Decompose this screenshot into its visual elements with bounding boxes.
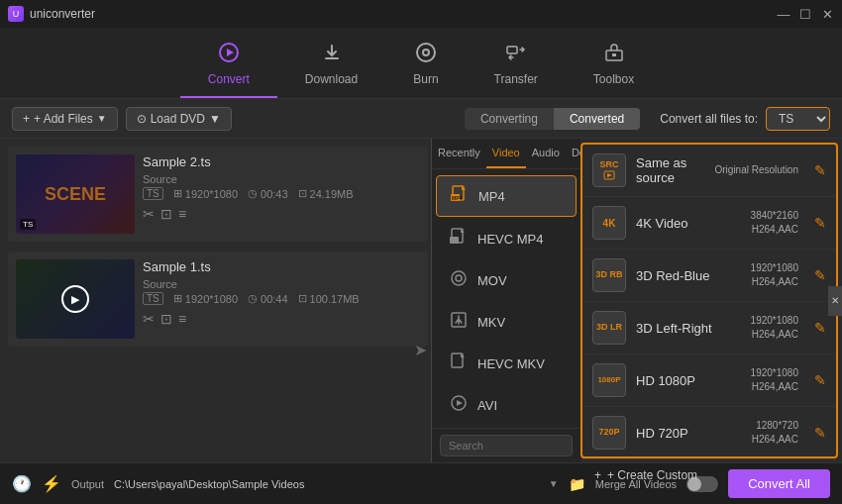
- size-2: ⊡ 100.17MB: [298, 292, 360, 305]
- copy-button-1[interactable]: ⊡: [160, 206, 172, 222]
- mp4-icon: MP4: [449, 185, 471, 207]
- load-dvd-label: Load DVD: [151, 112, 205, 126]
- settings-button-2[interactable]: ≡: [178, 311, 186, 327]
- titlebar: U uniconverter — ☐ ✕: [0, 0, 842, 28]
- transfer-icon: [505, 42, 527, 68]
- tab-audio[interactable]: Audio: [526, 139, 566, 168]
- svg-point-13: [456, 275, 462, 281]
- nav-toolbox-label: Toolbox: [593, 72, 634, 86]
- file-meta-row-1: TS ⊞ 1920*1080 ◷ 00:43 ⊡ 24.19MB: [143, 187, 420, 200]
- format-hevc-mp4[interactable]: HEVC MP4: [436, 219, 577, 258]
- nav-burn[interactable]: Burn: [385, 34, 466, 98]
- svg-rect-11: [450, 237, 459, 244]
- play-button-thumb-2[interactable]: ▶: [61, 285, 89, 313]
- copy-button-2[interactable]: ⊡: [160, 311, 172, 327]
- duration-1: ◷ 00:43: [248, 187, 288, 200]
- format-panel: Recently Video Audio Device MP4: [431, 139, 842, 462]
- format-mp4-label: MP4: [478, 189, 505, 204]
- nav-transfer[interactable]: Transfer: [467, 34, 566, 98]
- hevc-mkv-icon: [448, 353, 470, 374]
- thumb-image-2: ▶: [16, 259, 135, 339]
- maximize-button[interactable]: ☐: [798, 7, 812, 22]
- output-path: C:\Users\payal\Desktop\Sample Videos: [114, 478, 539, 490]
- add-files-label: + Add Files: [34, 112, 93, 126]
- format-mov[interactable]: MOV: [436, 260, 577, 300]
- format-mp4[interactable]: MP4 MP4: [436, 175, 577, 217]
- format-hevc-mkv[interactable]: HEVC MKV: [436, 344, 577, 383]
- file-list: SCENE TS Sample 2.ts Source TS ⊞ 1920*10…: [0, 139, 436, 462]
- convert-icon: [218, 42, 240, 68]
- hd-720p-label: HD 720P: [636, 426, 742, 441]
- dvd-icon: ⊙: [137, 112, 147, 126]
- option-same-as-source[interactable]: SRC Same as source Original Resolution ✎: [582, 145, 836, 197]
- tab-converting[interactable]: Converting: [465, 108, 554, 130]
- option-4k-video[interactable]: 4K 4K Video 3840*2160H264,AAC ✎: [582, 197, 836, 250]
- settings-button-1[interactable]: ≡: [178, 206, 186, 222]
- format-avi-label: AVI: [477, 398, 497, 413]
- 3d-red-blue-label: 3D Red-Blue: [636, 268, 741, 283]
- window-controls[interactable]: — ☐ ✕: [777, 7, 834, 22]
- format-hevc-mp4-label: HEVC MP4: [477, 232, 543, 247]
- option-hd-720p[interactable]: 720P HD 720P 1280*720H264,AAC ✎: [582, 407, 836, 459]
- file-info-1: Sample 2.ts Source TS ⊞ 1920*1080 ◷ 00:4…: [143, 154, 420, 222]
- convert-all-select[interactable]: TS MP4 MKV: [766, 107, 830, 131]
- cut-button-2[interactable]: ✂: [143, 311, 155, 327]
- flash-icon[interactable]: ⚡: [42, 474, 61, 493]
- nav-download-label: Download: [305, 72, 358, 86]
- main-area: SCENE TS Sample 2.ts Source TS ⊞ 1920*10…: [0, 139, 842, 462]
- 4k-edit[interactable]: ✎: [814, 215, 826, 231]
- file-item-2: ▶ Sample 1.ts Source TS ⊞ 1920*1080 ◷: [8, 252, 428, 347]
- format-mkv-label: MKV: [477, 315, 505, 330]
- duration-2: ◷ 00:44: [248, 292, 288, 305]
- cut-button-1[interactable]: ✂: [143, 206, 155, 222]
- convert-all-label: Convert all files to:: [660, 112, 758, 126]
- nav-convert[interactable]: Convert: [180, 34, 277, 98]
- format-options: SRC Same as source Original Resolution ✎…: [580, 143, 838, 458]
- toolbox-icon: [603, 42, 625, 68]
- minimize-button[interactable]: —: [777, 7, 790, 22]
- 3d-left-right-detail: 1920*1080H264,AAC: [751, 314, 798, 342]
- option-hd-1080p[interactable]: 1080P HD 1080P 1920*1080H264,AAC ✎: [582, 354, 836, 407]
- option-3d-left-right[interactable]: 3D LR 3D Left-Right 1920*1080H264,AAC ✎: [582, 302, 836, 354]
- size-1: ⊡ 24.19MB: [298, 187, 354, 200]
- add-files-button[interactable]: + + Add Files ▼: [12, 107, 118, 131]
- panel-close-button[interactable]: ✕: [828, 286, 842, 316]
- tab-recently[interactable]: Recently: [432, 139, 486, 168]
- 4k-icon: 4K: [592, 206, 626, 240]
- option-3d-red-blue[interactable]: 3D RB 3D Red-Blue 1920*1080H264,AAC ✎: [582, 250, 836, 302]
- 1080p-edit[interactable]: ✎: [814, 372, 826, 388]
- add-files-arrow: ▼: [97, 113, 107, 124]
- format-list: MP4 MP4 HEVC MP4: [432, 169, 580, 428]
- 3d-rb-edit[interactable]: ✎: [814, 267, 826, 283]
- nav-burn-label: Burn: [413, 72, 438, 86]
- nav-toolbox[interactable]: Toolbox: [566, 34, 662, 98]
- format-mkv[interactable]: MKV: [436, 302, 577, 342]
- nav-download[interactable]: Download: [277, 34, 385, 98]
- svg-marker-1: [227, 49, 234, 56]
- clock-icon[interactable]: 🕐: [12, 474, 32, 493]
- resolution-1: ⊞ 1920*1080: [173, 187, 238, 200]
- close-button[interactable]: ✕: [820, 7, 834, 22]
- svg-point-12: [452, 271, 466, 285]
- load-dvd-button[interactable]: ⊙ Load DVD ▼: [126, 107, 232, 131]
- svg-marker-20: [607, 173, 612, 177]
- 1080p-icon: 1080P: [592, 363, 626, 397]
- tab-converted[interactable]: Converted: [554, 108, 640, 130]
- tab-video[interactable]: Video: [486, 139, 526, 168]
- format-avi[interactable]: AVI: [436, 385, 577, 425]
- avi-icon: [448, 394, 470, 416]
- 3d-lr-edit[interactable]: ✎: [814, 320, 826, 336]
- format-tag-1: TS: [143, 187, 163, 200]
- thumb-overlay-1: TS: [20, 219, 36, 230]
- format-tab-group: Recently Video Audio Device: [432, 139, 580, 169]
- same-as-source-edit[interactable]: ✎: [814, 162, 826, 178]
- bottom-icons: 🕐 ⚡: [12, 474, 61, 493]
- format-search-input[interactable]: [440, 435, 573, 456]
- convert-tab-group: Converting Converted: [465, 108, 640, 130]
- hd-1080p-detail: 1920*1080H264,AAC: [751, 366, 798, 394]
- logo-icon: U: [8, 6, 24, 22]
- output-dropdown-arrow[interactable]: ▼: [549, 478, 559, 489]
- create-custom-button[interactable]: + + Create Custom: [582, 459, 836, 490]
- 720p-edit[interactable]: ✎: [814, 425, 826, 441]
- mkv-icon: [448, 311, 470, 333]
